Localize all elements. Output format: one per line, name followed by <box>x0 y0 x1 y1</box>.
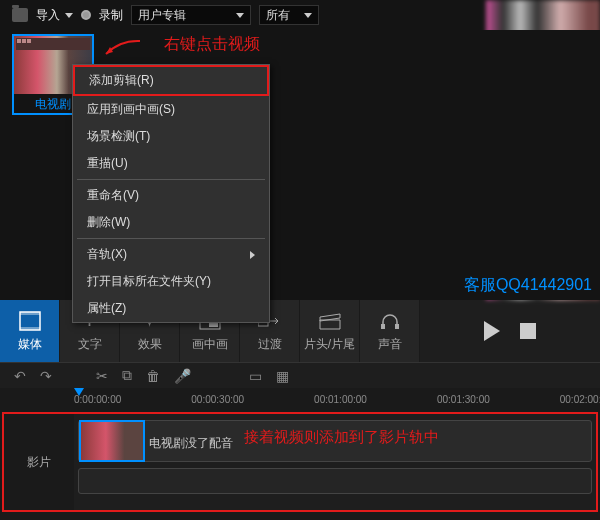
filter-combo[interactable]: 所有 <box>259 5 319 25</box>
redo-icon[interactable]: ↷ <box>40 368 52 384</box>
grid-icon[interactable]: ▦ <box>276 368 289 384</box>
stop-button[interactable] <box>520 323 536 339</box>
svg-rect-6 <box>381 324 385 329</box>
menu-scene-detect[interactable]: 场景检测(T) <box>73 123 269 150</box>
play-button[interactable] <box>484 321 500 341</box>
menu-delete[interactable]: 删除(W) <box>73 209 269 236</box>
mic-icon[interactable]: 🎤 <box>174 368 191 384</box>
annotation-added: 接着视频则添加到了影片轨中 <box>244 428 439 447</box>
chevron-down-icon[interactable] <box>65 13 73 18</box>
clip-title: 电视剧没了配音 <box>149 435 233 452</box>
video-clip[interactable] <box>79 420 145 462</box>
timeline-toolbar: ↶ ↷ ✂ ⧉ 🗑 🎤 ▭ ▦ <box>0 362 600 388</box>
undo-icon[interactable]: ↶ <box>14 368 26 384</box>
annotation-qq: 客服QQ41442901 <box>464 275 592 296</box>
folder-icon <box>12 8 28 22</box>
menu-rename[interactable]: 重命名(V) <box>73 182 269 209</box>
import-btn[interactable]: 导入 <box>36 7 60 24</box>
tab-sound[interactable]: 声音 <box>360 300 420 362</box>
track-label-video: 影片 <box>4 414 74 510</box>
timeline-ruler[interactable]: 0:00:00:0000:00:30:0000:01:00:0000:01:30… <box>0 388 600 410</box>
menu-properties[interactable]: 属性(Z) <box>73 295 269 322</box>
trash-icon[interactable]: 🗑 <box>146 368 160 384</box>
headphone-icon <box>378 310 402 332</box>
record-btn[interactable]: 录制 <box>99 7 123 24</box>
album-combo[interactable]: 用户专辑 <box>131 5 251 25</box>
record-icon <box>81 10 91 20</box>
chevron-down-icon <box>236 13 244 18</box>
menu-add-clip[interactable]: 添加剪辑(R) <box>73 65 269 96</box>
menu-apply-pip[interactable]: 应用到画中画(S) <box>73 96 269 123</box>
cut-icon[interactable]: ✂ <box>96 368 108 384</box>
tab-media[interactable]: 媒体 <box>0 300 60 362</box>
context-menu: 添加剪辑(R) 应用到画中画(S) 场景检测(T) 重描(U) 重命名(V) 删… <box>72 64 270 323</box>
copy-icon[interactable]: ⧉ <box>122 367 132 384</box>
media-icon <box>18 310 42 332</box>
timeline-tracks: 影片 电视剧没了配音 接着视频则添加到了影片轨中 <box>2 412 598 512</box>
playback-controls <box>420 300 600 362</box>
screen-icon[interactable]: ▭ <box>249 368 262 384</box>
svg-rect-1 <box>20 312 40 315</box>
audio-track[interactable] <box>78 468 592 494</box>
menu-separator <box>77 179 265 180</box>
playhead[interactable] <box>74 388 84 396</box>
svg-rect-2 <box>20 327 40 330</box>
chevron-down-icon <box>304 13 312 18</box>
menu-audio[interactable]: 音轨(X) <box>73 241 269 268</box>
tab-titles[interactable]: 片头/片尾 <box>300 300 360 362</box>
menu-separator <box>77 238 265 239</box>
clapper-icon <box>318 310 342 332</box>
chevron-right-icon <box>250 251 255 259</box>
media-library: 电视剧 右键点击视频 添加剪辑(R) 应用到画中画(S) 场景检测(T) 重描(… <box>0 30 600 300</box>
annotation-rightclick: 右键点击视频 <box>120 34 260 55</box>
menu-open-folder[interactable]: 打开目标所在文件夹(Y) <box>73 268 269 295</box>
menu-repeat[interactable]: 重描(U) <box>73 150 269 177</box>
svg-rect-7 <box>395 324 399 329</box>
